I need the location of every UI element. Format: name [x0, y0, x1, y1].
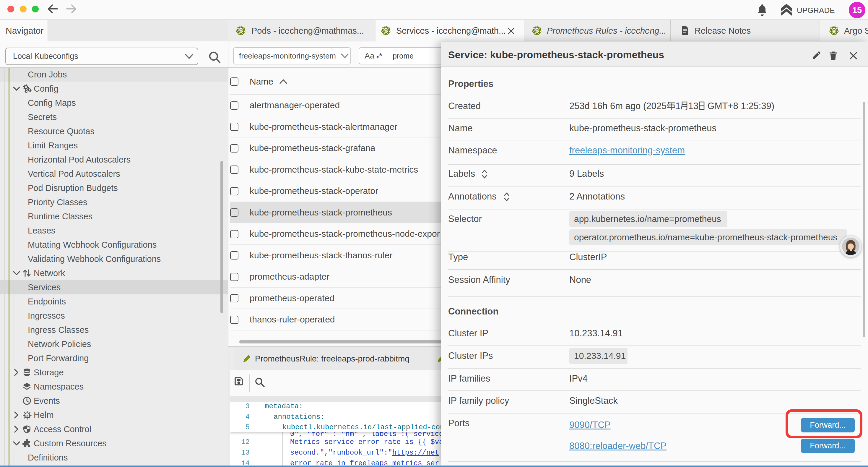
- svg-text:HELM: HELM: [24, 414, 31, 417]
